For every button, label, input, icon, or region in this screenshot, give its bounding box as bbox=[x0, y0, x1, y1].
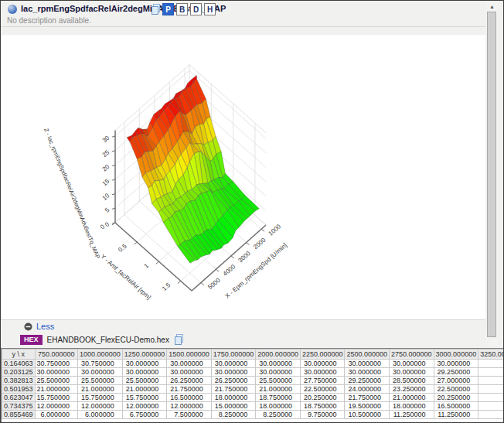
svg-text:5000: 5000 bbox=[206, 276, 222, 291]
col-header: 1250.000000 bbox=[122, 350, 167, 360]
map-cell[interactable]: 30.750000 bbox=[35, 360, 78, 368]
map-cell[interactable] bbox=[478, 402, 504, 411]
map-cell[interactable]: 8.250000 bbox=[211, 411, 256, 419]
view-button-d[interactable]: D bbox=[190, 3, 202, 15]
map-cell[interactable]: 30.000000 bbox=[167, 368, 212, 377]
view-button-h[interactable]: H bbox=[204, 3, 216, 15]
map-cell[interactable]: 20.250000 bbox=[434, 394, 478, 402]
map-cell[interactable]: 15.750000 bbox=[78, 394, 123, 402]
map-cell[interactable]: 16.500000 bbox=[167, 394, 212, 402]
map-cell[interactable]: 6.000000 bbox=[35, 411, 78, 419]
source-file-row: HEX EHANDBOOK_FlexECU-Demo.hex bbox=[20, 334, 184, 345]
map-cell[interactable]: 30.000000 bbox=[345, 368, 390, 377]
vertical-scrollbar[interactable]: ▲ bbox=[486, 2, 498, 346]
copy-title-icon[interactable] bbox=[151, 4, 161, 18]
map-cell[interactable]: 29.250000 bbox=[434, 368, 478, 377]
map-cell[interactable]: 20.250000 bbox=[300, 394, 345, 402]
map-cell[interactable]: 21.000000 bbox=[35, 385, 78, 394]
map-cell[interactable]: 27.750000 bbox=[300, 377, 345, 385]
map-cell[interactable]: 21.750000 bbox=[211, 385, 256, 394]
map-cell[interactable]: 30.000000 bbox=[390, 360, 434, 368]
map-cell[interactable]: 12.000000 bbox=[78, 402, 123, 411]
map-cell[interactable]: 30.000000 bbox=[256, 368, 301, 377]
map-cell[interactable]: 30.000000 bbox=[78, 368, 123, 377]
map-cell[interactable]: 26.250000 bbox=[167, 377, 212, 385]
map-cell[interactable] bbox=[478, 411, 504, 419]
map-cell[interactable]: 18.000000 bbox=[390, 402, 434, 411]
map-cell[interactable] bbox=[478, 385, 504, 394]
map-cell[interactable]: 30.000000 bbox=[122, 360, 167, 368]
map-cell[interactable]: 25.500000 bbox=[78, 377, 123, 385]
map-cell[interactable]: 28.500000 bbox=[390, 377, 434, 385]
map-cell[interactable]: 25.500000 bbox=[35, 377, 78, 385]
map-cell[interactable]: 30.000000 bbox=[345, 360, 390, 368]
map-cell[interactable]: 18.000000 bbox=[256, 402, 301, 411]
map-cell[interactable]: 21.750000 bbox=[167, 385, 212, 394]
svg-text:25: 25 bbox=[101, 148, 111, 159]
map-cell[interactable]: 18.000000 bbox=[211, 394, 256, 402]
row-header: 0.203125 bbox=[2, 368, 36, 377]
view-button-p[interactable]: P bbox=[162, 3, 174, 15]
view-button-b[interactable]: B bbox=[176, 3, 188, 15]
map-cell[interactable]: 22.500000 bbox=[300, 385, 345, 394]
map-cell[interactable]: 25.500000 bbox=[122, 377, 167, 385]
map-cell[interactable]: 6.750000 bbox=[122, 411, 167, 419]
map-cell[interactable]: 8.250000 bbox=[256, 411, 301, 419]
map-cell[interactable]: 7.500000 bbox=[167, 411, 212, 419]
map-cell[interactable]: 30.000000 bbox=[211, 360, 256, 368]
map-cell[interactable]: 9.750000 bbox=[300, 411, 345, 419]
row-header: 0.855469 bbox=[2, 411, 36, 419]
map-cell[interactable] bbox=[478, 394, 504, 402]
map-cell[interactable]: 11.250000 bbox=[434, 411, 478, 419]
map-cell[interactable]: 23.250000 bbox=[390, 385, 434, 394]
map-cell[interactable]: 30.000000 bbox=[300, 360, 345, 368]
map-cell[interactable]: 12.000000 bbox=[122, 402, 167, 411]
map-cell[interactable] bbox=[478, 377, 504, 385]
map-cell[interactable]: 30.000000 bbox=[122, 368, 167, 377]
map-cell[interactable]: 21.750000 bbox=[345, 394, 390, 402]
map-cell[interactable]: 15.750000 bbox=[122, 394, 167, 402]
map-cell[interactable]: 30.000000 bbox=[211, 368, 256, 377]
copy-file-icon[interactable] bbox=[174, 334, 184, 345]
map-cell[interactable]: 21.000000 bbox=[78, 385, 123, 394]
map-cell[interactable]: 30.000000 bbox=[256, 360, 301, 368]
map-cell[interactable]: 18.750000 bbox=[300, 402, 345, 411]
row-header: 0.734375 bbox=[2, 402, 36, 411]
map-cell[interactable]: 12.000000 bbox=[167, 402, 212, 411]
map-cell[interactable]: 22.500000 bbox=[434, 385, 478, 394]
map-cell[interactable]: 21.000000 bbox=[122, 385, 167, 394]
map-cell[interactable]: 26.250000 bbox=[211, 377, 256, 385]
map-cell[interactable]: 18.750000 bbox=[256, 394, 301, 402]
map-cell[interactable]: 25.500000 bbox=[256, 377, 301, 385]
map-cell[interactable]: 30.000000 bbox=[35, 368, 78, 377]
map-cell[interactable]: 30.000000 bbox=[390, 368, 434, 377]
scrollbar-thumb[interactable] bbox=[487, 12, 496, 337]
col-header: 3000.000000 bbox=[434, 350, 478, 360]
svg-text:5: 5 bbox=[104, 206, 111, 214]
map-cell[interactable]: 30.000000 bbox=[434, 360, 478, 368]
collapse-details-link[interactable]: Less bbox=[24, 321, 54, 332]
header-divider bbox=[1, 26, 485, 27]
map-cell[interactable] bbox=[478, 368, 504, 377]
map-cell[interactable]: 15.750000 bbox=[35, 394, 78, 402]
map-cell[interactable]: 6.000000 bbox=[78, 411, 123, 419]
map-cell[interactable]: 27.000000 bbox=[434, 377, 478, 385]
col-header: 3250.000000 bbox=[478, 350, 504, 360]
map-cell[interactable]: 21.000000 bbox=[390, 394, 434, 402]
less-label: Less bbox=[36, 322, 54, 331]
map-cell[interactable]: 16.500000 bbox=[434, 402, 478, 411]
map-cell[interactable]: 30.750000 bbox=[78, 360, 123, 368]
map-cell[interactable]: 12.000000 bbox=[35, 402, 78, 411]
map-cell[interactable]: 10.500000 bbox=[345, 411, 390, 419]
map-cell[interactable]: 29.250000 bbox=[345, 377, 390, 385]
map-cell[interactable]: 30.000000 bbox=[167, 360, 212, 368]
map-cell[interactable]: 19.500000 bbox=[345, 402, 390, 411]
surface-plot[interactable]: 05101520253000.511.510002000300040005000… bbox=[1, 55, 495, 319]
map-cell[interactable]: 15.000000 bbox=[211, 402, 256, 411]
map-cell[interactable] bbox=[478, 360, 504, 368]
map-cell[interactable]: 11.250000 bbox=[390, 411, 434, 419]
map-cell[interactable]: 30.000000 bbox=[300, 368, 345, 377]
scroll-up-icon[interactable]: ▲ bbox=[486, 2, 498, 11]
map-cell[interactable]: 24.000000 bbox=[345, 385, 390, 394]
map-cell[interactable]: 21.000000 bbox=[256, 385, 301, 394]
